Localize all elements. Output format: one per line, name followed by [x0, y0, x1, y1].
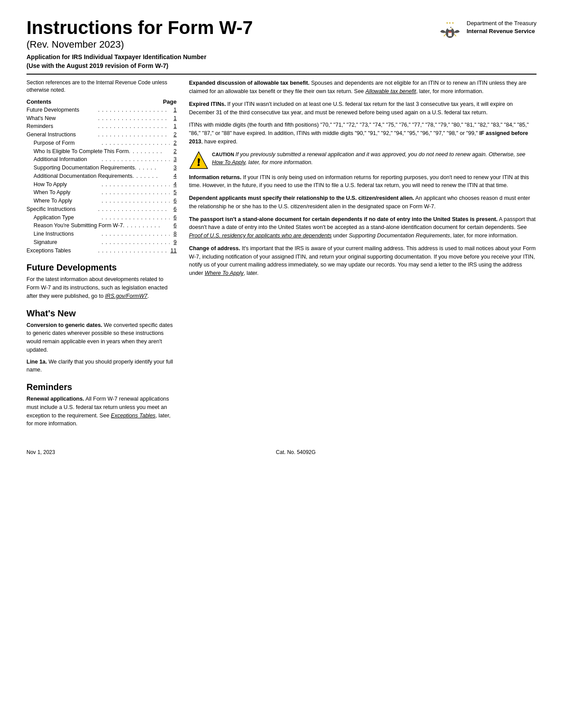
toc-item-when-to-apply: When To Apply . . . . . . . . . . . . . …	[26, 188, 177, 197]
header-divider	[26, 74, 537, 75]
caution-text-content: CAUTION If you previously submitted a re…	[212, 150, 537, 166]
sub-title: (Rev. November 2023)	[26, 39, 438, 50]
right-para7: Change of address. It's important that t…	[189, 244, 537, 278]
svg-point-5	[450, 27, 451, 28]
left-column: Section references are to the Internal R…	[26, 79, 177, 432]
toc-item-additional-doc: Additional Documentation Requirements . …	[26, 172, 177, 180]
main-title: Instructions for Form W-7	[26, 18, 438, 38]
toc-item-specific-instructions: Specific Instructions . . . . . . . . . …	[26, 205, 177, 214]
whats-new-heading: What's New	[26, 308, 177, 319]
right-para2: Expired ITINs. If your ITIN wasn't inclu…	[189, 100, 537, 117]
future-dev-heading: Future Developments	[26, 263, 177, 273]
right-para4: Information returns. If your ITIN is onl…	[189, 173, 537, 190]
proof-residency-link[interactable]: Proof of U.S. residency for applicants w…	[189, 233, 332, 239]
right-para6: The passport isn't a stand-alone documen…	[189, 215, 537, 240]
where-to-apply-link[interactable]: Where To Apply	[204, 270, 243, 276]
agency-dept: Department of the Treasury	[467, 19, 537, 27]
page-header: Instructions for Form W-7 (Rev. November…	[26, 18, 537, 70]
caution-label: CAUTION	[212, 152, 235, 157]
agency-text: Department of the Treasury Internal Reve…	[467, 19, 537, 35]
toc-item-line-instructions: Line Instructions . . . . . . . . . . . …	[26, 230, 177, 238]
right-column: Expanded discussion of allowable tax ben…	[189, 79, 537, 432]
section-reference: Section references are to the Internal R…	[26, 79, 177, 94]
irs-eagle-logo: ★ ★ ★	[438, 19, 462, 44]
exceptions-tables-link[interactable]: Exceptions Tables	[111, 413, 155, 419]
toc-item-where-to-apply: Where To Apply . . . . . . . . . . . . .…	[26, 197, 177, 205]
toc-item-reason-submitting: Reason You're Submitting Form W-7 . . . …	[26, 221, 177, 230]
page-footer: Nov 1, 2023 Cat. No. 54092G	[26, 449, 537, 455]
right-para5: Dependent applicants must specify their …	[189, 194, 537, 211]
svg-rect-12	[198, 164, 200, 166]
toc-item-general-instructions: General Instructions . . . . . . . . . .…	[26, 131, 177, 139]
toc-item-whats-new: What's New . . . . . . . . . . . . . . .…	[26, 114, 177, 123]
irs-link[interactable]: IRS.gov/FormW7	[105, 293, 147, 299]
header-right: ★ ★ ★ Department of the Treasury Interna…	[438, 18, 537, 44]
caution-icon: !	[189, 150, 208, 170]
toc-item-how-to-apply: How To Apply . . . . . . . . . . . . . .…	[26, 180, 177, 189]
toc-item-additional-info: Additional Information . . . . . . . . .…	[26, 155, 177, 164]
toc-item-who-eligible: Who Is Eligible To Complete This Form . …	[26, 147, 177, 156]
header-left: Instructions for Form W-7 (Rev. November…	[26, 18, 438, 70]
whats-new-para1: Conversion to generic dates. We converte…	[26, 321, 177, 354]
reminders-heading: Reminders	[26, 382, 177, 392]
svg-point-3	[447, 25, 453, 30]
toc-page-label: Page	[163, 98, 177, 105]
toc-item-exceptions-tables: Exceptions Tables . . . . . . . . . . . …	[26, 247, 177, 255]
toc-item-reminders: Reminders . . . . . . . . . . . . . . . …	[26, 122, 177, 131]
reminders-para1: Renewal applications. All Form W-7 renew…	[26, 395, 177, 428]
toc-contents-label: Contents	[26, 98, 51, 105]
toc-item-signature: Signature . . . . . . . . . . . . . . . …	[26, 238, 177, 247]
svg-rect-11	[198, 158, 200, 163]
footer-date: Nov 1, 2023	[26, 449, 55, 455]
svg-line-7	[454, 34, 456, 36]
toc-item-purpose: Purpose of Form . . . . . . . . . . . . …	[26, 139, 177, 147]
toc-item-future-dev: Future Developments . . . . . . . . . . …	[26, 106, 177, 114]
whats-new-para2: Line 1a. We clarify that you should prop…	[26, 358, 177, 375]
application-title: Application for IRS Individual Taxpayer …	[26, 53, 438, 70]
toc-item-app-type: Application Type . . . . . . . . . . . .…	[26, 214, 177, 222]
toc-header: Contents Page	[26, 98, 177, 105]
table-of-contents: Contents Page Future Developments . . . …	[26, 98, 177, 255]
footer-cat-no: Cat. No. 54092G	[276, 449, 316, 455]
toc-item-supporting-doc: Supporting Documentation Requirements . …	[26, 164, 177, 172]
caution-body: If you previously submitted a renewal ap…	[212, 151, 525, 165]
right-para3: ITINs with middle digits (the fourth and…	[189, 121, 537, 146]
main-content: Section references are to the Internal R…	[26, 79, 537, 432]
agency-irs: Internal Revenue Service	[467, 27, 537, 35]
svg-text:★ ★ ★: ★ ★ ★	[446, 22, 454, 24]
caution-box: ! CAUTION If you previously submitted a …	[189, 150, 537, 170]
how-to-apply-link-caution[interactable]: How To Apply	[212, 159, 245, 165]
svg-line-6	[444, 34, 446, 36]
allowable-tax-benefit-link[interactable]: Allowable tax benefit	[366, 88, 416, 94]
right-para1: Expanded discussion of allowable tax ben…	[189, 79, 537, 96]
future-dev-body: For the latest information about develop…	[26, 275, 177, 300]
